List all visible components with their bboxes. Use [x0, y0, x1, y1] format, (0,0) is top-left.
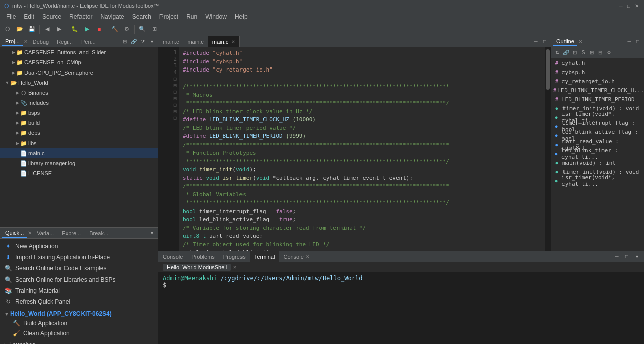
editor-minimize-button[interactable]: ─: [532, 38, 540, 46]
bottom-tab-console2[interactable]: Console ✕: [279, 251, 314, 262]
quick-item-search-libs[interactable]: 🔍 Search Online for Libraries and BSPs: [2, 274, 156, 285]
menu-help[interactable]: Help: [231, 12, 252, 21]
outline-minimize-button[interactable]: ─: [625, 38, 633, 46]
outline-settings-button[interactable]: ⚙: [605, 49, 613, 57]
editor-maximize-button[interactable]: □: [541, 38, 549, 46]
tree-item-hello-world[interactable]: ▼ 📂 Hello_World: [0, 78, 158, 88]
bottom-tab-progress[interactable]: Progress: [219, 251, 250, 262]
editor-tab-2[interactable]: main.c: [183, 36, 208, 47]
editor-tab-3[interactable]: main.c ✕: [208, 36, 240, 47]
tree-item-library-manager[interactable]: 📄 library-manager.log: [0, 158, 158, 168]
tab-registers[interactable]: Regi...: [54, 38, 76, 46]
outline-item-led-period[interactable]: # LED_BLINK_TIMER_PERIOD: [551, 95, 644, 104]
tree-arrow-libs[interactable]: ▶: [14, 140, 20, 146]
tree-item-capsense-buttons[interactable]: ▶ 📁 CAPSENSE_Buttons_and_Slider: [0, 47, 158, 57]
section-item-clean[interactable]: 🧹 Clean Application: [2, 328, 156, 338]
outline-maximize-button[interactable]: □: [634, 38, 642, 46]
tree-arrow-capsense-buttons[interactable]: ▶: [10, 49, 16, 55]
section-collapse-arrow[interactable]: ▼: [4, 311, 9, 317]
tree-arrow-build[interactable]: ▶: [14, 120, 20, 126]
new-button[interactable]: ⬡: [2, 24, 13, 35]
bottom-panel-minimize-btn[interactable]: ─: [612, 252, 622, 262]
outline-hide-static-button[interactable]: S: [579, 49, 587, 57]
bottom-panel-maximize-btn[interactable]: □: [622, 252, 632, 262]
view-menu-button[interactable]: ▾: [148, 38, 156, 46]
tree-arrow-bsps[interactable]: ▶: [14, 110, 20, 116]
terminal-subtab-label[interactable]: Hello_World ModusShell: [163, 264, 231, 271]
outline-item-led-clock[interactable]: # LED_BLINK_TIMER_CLOCK_H...: [551, 86, 644, 95]
tab-outline-close[interactable]: ✕: [578, 39, 582, 44]
code-content[interactable]: #include "cyhal.h" #include "cybsp.h" #i…: [179, 47, 545, 251]
tree-item-capsense-cm0p[interactable]: ▶ 📁 CAPSENSE_on_CM0p: [0, 57, 158, 67]
outline-collapse-button[interactable]: ⊟: [596, 49, 604, 57]
collapse-all-button[interactable]: ⊟: [121, 38, 129, 46]
outline-link-button[interactable]: 🔗: [562, 49, 570, 57]
editor-tab-1[interactable]: main.c: [158, 36, 183, 47]
back-button[interactable]: ◀: [42, 24, 53, 35]
quick-item-refresh[interactable]: ↻ Refresh Quick Panel: [2, 296, 156, 307]
tab-debug[interactable]: Debug: [30, 38, 52, 46]
tree-arrow-binaries[interactable]: ▶: [14, 90, 20, 96]
tree-arrow-capsense-cm0p[interactable]: ▶: [10, 59, 16, 65]
terminal-area[interactable]: Admin@Meenakshi /cygdrive/c/Users/Admin/…: [158, 272, 644, 344]
quick-item-new-application[interactable]: ✦ New Application: [2, 241, 156, 252]
tab-quick-close[interactable]: ✕: [28, 230, 32, 236]
tree-item-main-c[interactable]: 📄 main.c: [0, 148, 158, 158]
terminal-subtab-close[interactable]: ✕: [233, 265, 237, 270]
menu-run[interactable]: Run: [182, 12, 201, 21]
menu-refactor[interactable]: Refactor: [65, 12, 96, 21]
stop-button[interactable]: ■: [94, 24, 105, 35]
tree-item-bsps[interactable]: ▶ 📁 bsps: [0, 108, 158, 118]
debug-button[interactable]: 🐛: [69, 24, 80, 35]
tab-peripherals[interactable]: Peri...: [78, 38, 99, 46]
bottom-panel-menu-btn[interactable]: ▾: [632, 252, 642, 262]
editor-tab-3-close[interactable]: ✕: [231, 39, 235, 44]
tree-arrow-deps[interactable]: ▶: [14, 130, 20, 136]
tab-expressions[interactable]: Expre...: [59, 229, 84, 237]
tree-item-binaries[interactable]: ▶ ⬡ Binaries: [0, 88, 158, 98]
quick-item-search-code[interactable]: 🔍 Search Online for Code Examples: [2, 263, 156, 274]
tab-variables[interactable]: Varia...: [34, 229, 57, 237]
editor-inner[interactable]: 1234 ⊟⊟ ⊟ ⊟ ⊟⊟ ⊟ #include "cyhal.h" #inc…: [158, 47, 551, 251]
menu-navigate[interactable]: Navigate: [96, 12, 128, 21]
minimize-button[interactable]: ─: [618, 3, 624, 9]
menu-project[interactable]: Project: [155, 12, 182, 21]
section-item-build[interactable]: 🔨 Build Application: [2, 318, 156, 328]
filter-button[interactable]: ⧩: [139, 38, 147, 46]
outline-hide-nonpublic-button[interactable]: ⊞: [588, 49, 596, 57]
outline-sort-button[interactable]: ⇅: [553, 49, 561, 57]
outline-item-cybsp[interactable]: # cybsp.h: [551, 67, 644, 77]
outline-hide-fields-button[interactable]: ⊡: [571, 49, 579, 57]
tree-arrow-dual-cpu[interactable]: ▶: [10, 70, 16, 76]
hello-world-section-header[interactable]: ▼ Hello_World (APP_CY8CKIT-062S4): [2, 309, 156, 318]
tree-item-dual-cpu[interactable]: ▶ 📁 Dual-CPU_IPC_Semaphore: [0, 67, 158, 78]
open-button[interactable]: 📂: [14, 24, 25, 35]
outline-item-led-timer[interactable]: ● led_blink_timer : cyhal_ti...: [551, 149, 644, 158]
tab-project-close[interactable]: ✕: [24, 39, 28, 44]
maximize-button[interactable]: □: [626, 3, 632, 9]
tree-arrow-includes[interactable]: ▶: [14, 100, 20, 106]
launches-arrow[interactable]: ▶: [4, 342, 8, 345]
editor-scrollbar-thumb[interactable]: [546, 49, 550, 90]
outline-item-cy-retarget[interactable]: # cy_retarget_io.h: [551, 77, 644, 86]
bottom-tab-problems[interactable]: Problems: [187, 251, 219, 262]
tab-breakpoints[interactable]: Break...: [86, 229, 111, 237]
bottom-tab-console2-close[interactable]: ✕: [306, 254, 310, 259]
menu-edit[interactable]: Edit: [20, 12, 38, 21]
menu-file[interactable]: File: [2, 12, 20, 21]
tab-project[interactable]: Proj...: [2, 37, 23, 46]
tree-item-deps[interactable]: ▶ 📁 deps: [0, 128, 158, 138]
perspective-button[interactable]: ⊞: [149, 24, 160, 35]
tree-item-libs[interactable]: ▶ 📁 libs: [0, 138, 158, 148]
editor-scrollbar[interactable]: [545, 47, 551, 251]
search-tb-button[interactable]: 🔍: [137, 24, 148, 35]
forward-button[interactable]: ▶: [54, 24, 65, 35]
tab-outline[interactable]: Outline: [553, 37, 577, 46]
settings-button[interactable]: ⚙: [121, 24, 132, 35]
tree-arrow-hello-world[interactable]: ▼: [4, 80, 10, 86]
link-editor-button[interactable]: 🔗: [130, 38, 138, 46]
menu-source[interactable]: Source: [38, 12, 65, 21]
bottom-tab-terminal[interactable]: Terminal: [250, 251, 280, 262]
outline-item-cyhal[interactable]: # cyhal.h: [551, 58, 644, 67]
quick-panel-menu-button[interactable]: ▾: [148, 229, 156, 237]
